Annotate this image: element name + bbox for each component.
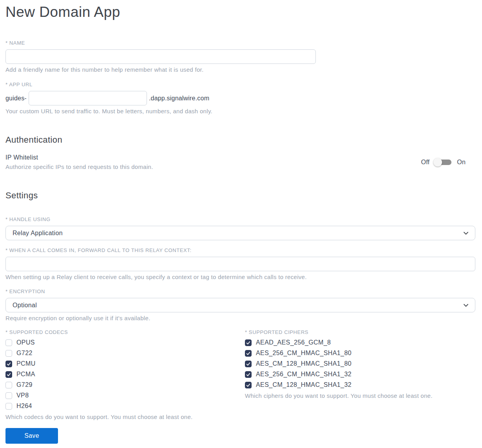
name-label: * NAME xyxy=(5,40,475,46)
checkbox-icon xyxy=(5,382,12,388)
codec-option-opus[interactable]: OPUS xyxy=(5,339,245,346)
app-url-field-group: * APP URL guides- .dapp.signalwire.com Y… xyxy=(5,82,475,114)
codec-option-h264[interactable]: H264 xyxy=(5,403,245,410)
ip-whitelist-toggle-group: Off On xyxy=(421,158,475,167)
codec-option-g729[interactable]: G729 xyxy=(5,381,245,388)
new-domain-app-form: New Domain App * NAME Add a friendly nam… xyxy=(0,0,482,448)
toggle-on-label: On xyxy=(457,159,466,166)
supported-codecs-label: * SUPPORTED CODECS xyxy=(5,329,245,335)
codecs-list: OPUS G722 PCMU PCMA G729 xyxy=(5,339,245,410)
settings-heading: Settings xyxy=(5,190,475,201)
cipher-option-aes-256-cm-hmac-sha1-80[interactable]: AES_256_CM_HMAC_SHA1_80 xyxy=(245,350,475,357)
cipher-option-aes-cm-128-hmac-sha1-32[interactable]: AES_CM_128_HMAC_SHA1_32 xyxy=(245,381,475,388)
toggle-knob xyxy=(433,158,442,167)
app-url-label: * APP URL xyxy=(5,82,475,87)
codec-option-label: PCMA xyxy=(16,371,35,378)
checkbox-icon xyxy=(5,371,12,378)
codec-option-label: G729 xyxy=(16,381,33,388)
relay-context-label: * WHEN A CALL COMES IN, FORWARD CALL TO … xyxy=(5,247,475,253)
codec-option-pcmu[interactable]: PCMU xyxy=(5,360,245,367)
ip-whitelist-toggle[interactable] xyxy=(435,158,451,167)
relay-context-helper-text: When setting up a Relay client to receiv… xyxy=(5,274,475,280)
app-url-input[interactable] xyxy=(29,91,147,105)
supported-ciphers-label: * SUPPORTED CIPHERS xyxy=(245,329,475,335)
cipher-option-label: AEAD_AES_256_GCM_8 xyxy=(256,339,331,346)
name-input[interactable] xyxy=(5,49,316,64)
checkbox-icon xyxy=(245,361,252,367)
supported-ciphers-section: * SUPPORTED CIPHERS AEAD_AES_256_GCM_8 A… xyxy=(245,329,475,399)
save-button[interactable]: Save xyxy=(5,428,58,444)
cipher-option-label: AES_256_CM_HMAC_SHA1_80 xyxy=(256,350,352,357)
codec-option-g722[interactable]: G722 xyxy=(5,350,245,357)
name-helper-text: Add a friendly name for this number to h… xyxy=(5,66,475,73)
codec-option-label: OPUS xyxy=(16,339,35,346)
codec-option-label: H264 xyxy=(16,403,32,410)
encryption-helper-text: Require encryption or optionally use it … xyxy=(5,315,475,321)
ciphers-helper-text: Which ciphers do you want to support. Yo… xyxy=(245,392,475,399)
cipher-option-aead-aes-256-gcm-8[interactable]: AEAD_AES_256_GCM_8 xyxy=(245,339,475,346)
relay-context-input[interactable] xyxy=(5,257,475,271)
codec-option-label: G722 xyxy=(16,350,33,357)
codecs-ciphers-columns: * SUPPORTED CODECS OPUS G722 PCMU PCMA xyxy=(5,329,475,420)
checkbox-icon xyxy=(5,392,12,399)
ip-whitelist-row: IP Whitelist Authorize specific IPs to s… xyxy=(5,154,475,170)
ip-whitelist-label: IP Whitelist xyxy=(5,154,153,161)
handle-using-select[interactable]: Relay Application xyxy=(5,226,475,240)
name-field-group: * NAME Add a friendly name for this numb… xyxy=(5,40,475,73)
checkbox-icon xyxy=(5,403,12,410)
app-url-suffix: .dapp.signalwire.com xyxy=(149,95,209,102)
encryption-select-wrap: Optional xyxy=(5,298,475,312)
cipher-option-label: AES_CM_128_HMAC_SHA1_32 xyxy=(256,381,352,388)
checkbox-icon xyxy=(5,350,12,357)
codec-option-pcma[interactable]: PCMA xyxy=(5,371,245,378)
codecs-helper-text: Which codecs do you want to support. You… xyxy=(5,414,245,420)
handle-using-select-wrap: Relay Application xyxy=(5,226,475,240)
codec-option-label: PCMU xyxy=(16,360,36,367)
ip-whitelist-text: IP Whitelist Authorize specific IPs to s… xyxy=(5,154,153,170)
checkbox-icon xyxy=(5,361,12,367)
ciphers-list: AEAD_AES_256_GCM_8 AES_256_CM_HMAC_SHA1_… xyxy=(245,339,475,388)
cipher-option-label: AES_CM_128_HMAC_SHA1_80 xyxy=(256,360,352,367)
encryption-label: * ENCRYPTION xyxy=(5,288,475,294)
page-title: New Domain App xyxy=(5,4,475,20)
cipher-option-aes-cm-128-hmac-sha1-80[interactable]: AES_CM_128_HMAC_SHA1_80 xyxy=(245,360,475,367)
checkbox-icon xyxy=(5,339,12,346)
app-url-row: guides- .dapp.signalwire.com xyxy=(5,91,475,105)
checkbox-icon xyxy=(245,350,252,357)
encryption-select[interactable]: Optional xyxy=(5,298,475,312)
authentication-heading: Authentication xyxy=(5,135,475,145)
checkbox-icon xyxy=(245,382,252,388)
cipher-option-label: AES_256_CM_HMAC_SHA1_32 xyxy=(256,371,352,378)
app-url-helper-text: Your custom URL to send traffic to. Must… xyxy=(5,108,475,114)
codec-option-vp8[interactable]: VP8 xyxy=(5,392,245,399)
form-actions: Save xyxy=(5,428,475,444)
cipher-option-aes-256-cm-hmac-sha1-32[interactable]: AES_256_CM_HMAC_SHA1_32 xyxy=(245,371,475,378)
checkbox-icon xyxy=(245,339,252,346)
handle-using-label: * HANDLE USING xyxy=(5,216,475,222)
ip-whitelist-helper-text: Authorize specific IPs to send requests … xyxy=(5,163,153,170)
codec-option-label: VP8 xyxy=(16,392,29,399)
app-url-prefix: guides- xyxy=(5,95,27,102)
toggle-off-label: Off xyxy=(421,159,430,166)
checkbox-icon xyxy=(245,371,252,378)
supported-codecs-section: * SUPPORTED CODECS OPUS G722 PCMU PCMA xyxy=(5,329,245,420)
